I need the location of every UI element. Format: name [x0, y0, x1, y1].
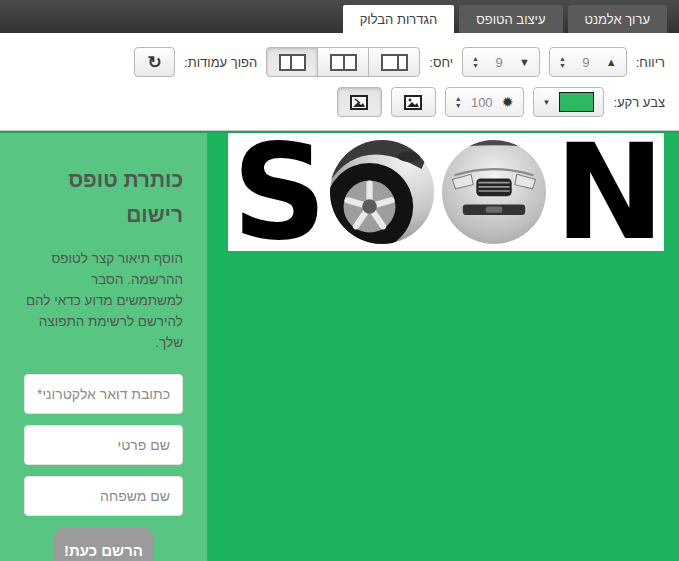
spacing-bottom-spinner[interactable]: ▲ ▼ 9 ▼: [462, 47, 540, 77]
spinner-down-icon: ▼: [455, 102, 462, 109]
sun-opacity-icon: ✹: [502, 94, 514, 110]
car-wheel-photo: [330, 140, 434, 244]
opacity-value: 100: [471, 95, 493, 110]
first-name-field[interactable]: [24, 425, 183, 465]
spacing-bottom-value: 9: [488, 55, 510, 70]
spinner-up-icon: ▲: [455, 95, 462, 102]
ratio-equal-button[interactable]: [317, 47, 369, 77]
tab-block-settings[interactable]: הגדרות הבלוק: [343, 5, 455, 33]
car-front-photo: [442, 140, 546, 244]
opacity-spinner[interactable]: ▲ ▼ 100 ✹: [445, 87, 524, 117]
refresh-icon: ↻: [148, 54, 162, 71]
background-color-label: צבע רקע:: [613, 95, 665, 110]
form-title[interactable]: כותרת טופס רישום: [24, 163, 183, 232]
spinner-down-icon: ▼: [559, 62, 566, 69]
column-ratio-button-group: [266, 47, 420, 77]
arrow-up-icon: ▲: [606, 56, 617, 68]
spinner-arrows[interactable]: ▲ ▼: [559, 55, 566, 69]
picture-arrow-icon: [350, 95, 368, 110]
chevron-down-icon: ▼: [543, 98, 551, 107]
form-description[interactable]: הוסף תיאור קצר לטופס ההרשמה. הסבר למשתמש…: [24, 249, 183, 354]
background-image-settings-button[interactable]: [337, 87, 382, 117]
spinner-up-icon: ▲: [559, 55, 566, 62]
spacing-top-value: 9: [575, 55, 597, 70]
spacing-top-spinner[interactable]: ▲ ▼ 9 ▲: [549, 47, 627, 77]
signup-form-column[interactable]: כותרת טופס רישום הוסף תיאור קצר לטופס הה…: [0, 133, 207, 561]
email-field[interactable]: [24, 374, 183, 414]
flip-columns-label: הפוך עמודות:: [184, 55, 257, 70]
color-swatch: [559, 92, 594, 112]
soon-banner-image[interactable]: S: [228, 133, 664, 251]
banner-letter-n: N: [555, 133, 660, 251]
spinner-down-icon: ▼: [472, 62, 479, 69]
top-tab-bar: ערוך אלמנט עיצוב הטופס הגדרות הבלוק: [0, 0, 679, 33]
tab-form-design[interactable]: עיצוב הטופס: [459, 5, 562, 33]
ratio-small-right-button[interactable]: [368, 47, 420, 77]
two-column-narrow-left-icon: [279, 54, 306, 71]
spinner-arrows[interactable]: ▲ ▼: [455, 95, 462, 109]
banner-letter-s: S: [232, 133, 322, 251]
block-preview-canvas[interactable]: כותרת טופס רישום הוסף תיאור קצר לטופס הה…: [0, 131, 679, 561]
signup-submit-button[interactable]: הרשם כעת!: [54, 527, 153, 561]
toolbar-row-spacing: ריווח: ▲ ▼ 9 ▲ ▲ ▼ 9 ▼ יחס:: [14, 47, 665, 77]
spacing-label: ריווח:: [636, 55, 665, 70]
two-column-equal-icon: [330, 54, 357, 71]
flip-columns-button[interactable]: ↻: [134, 47, 175, 77]
spinner-up-icon: ▲: [472, 55, 479, 62]
ratio-small-left-button[interactable]: [266, 47, 318, 77]
tab-edit-element[interactable]: ערוך אלמנט: [568, 5, 667, 33]
two-column-narrow-right-icon: [381, 54, 408, 71]
arrow-down-icon: ▼: [519, 56, 530, 68]
picture-icon: [404, 95, 422, 110]
toolbar-row-background: צבע רקע: ▼ ▲ ▼ 100 ✹: [14, 87, 665, 117]
spinner-arrows[interactable]: ▲ ▼: [472, 55, 479, 69]
background-color-picker[interactable]: ▼: [533, 87, 605, 117]
last-name-field[interactable]: [24, 476, 183, 516]
ratio-label: יחס:: [429, 55, 453, 70]
background-image-button[interactable]: [391, 87, 436, 117]
